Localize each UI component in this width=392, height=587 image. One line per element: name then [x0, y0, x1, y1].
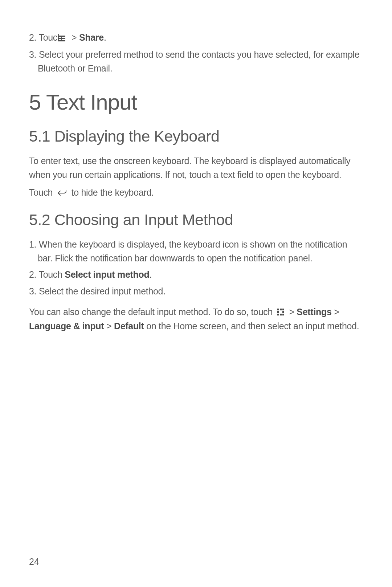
s52-settings: Settings: [297, 307, 331, 317]
s52-p-suffix: on the Home screen, and then select an i…: [144, 321, 359, 331]
section-5-2-list: 1. When the keyboard is displayed, the k…: [29, 238, 363, 298]
section-5-2-step3: 3. Select the desired input method.: [29, 285, 363, 298]
svg-rect-9: [280, 314, 282, 315]
section-5-2: 5.2 Choosing an Input Method 1. When the…: [29, 211, 363, 333]
svg-rect-5: [282, 309, 284, 310]
section-5-1-p1: To enter text, use the onscreen keyboard…: [29, 154, 363, 182]
s52-default: Default: [114, 321, 144, 331]
s52-p-gt1: >: [287, 307, 297, 317]
s52-p-gt2: >: [332, 307, 339, 317]
numbered-step-3: 3. Select your preferred method to send …: [29, 48, 363, 75]
section-5-1: 5.1 Displaying the Keyboard To enter tex…: [29, 127, 363, 200]
svg-rect-0: [58, 36, 65, 37]
svg-rect-6: [277, 311, 279, 313]
s52-step2-prefix: 2. Touch: [29, 269, 65, 280]
chapter-heading: 5 Text Input: [29, 90, 363, 115]
step2-bold: Share: [79, 32, 104, 42]
section-heading-5-2: 5.2 Choosing an Input Method: [29, 211, 363, 229]
section-5-2-step2: 2. Touch Select input method.: [29, 268, 363, 282]
svg-rect-1: [58, 38, 65, 39]
svg-rect-4: [280, 309, 282, 310]
s52-p-gt3: >: [104, 321, 114, 331]
section-heading-5-1: 5.1 Displaying the Keyboard: [29, 127, 363, 145]
step2-gt: >: [69, 32, 79, 42]
s52-step2-bold: Select input method: [65, 269, 149, 280]
section-5-2-paragraph: You can also change the default input me…: [29, 305, 363, 333]
apps-grid-icon: [277, 306, 285, 320]
page-number: 24: [29, 557, 39, 567]
s52-lang: Language & input: [29, 321, 104, 331]
svg-rect-10: [282, 314, 284, 315]
svg-rect-8: [277, 314, 279, 315]
p2-prefix: Touch: [29, 187, 55, 197]
section-5-2-step1: 1. When the keyboard is displayed, the k…: [29, 238, 363, 265]
back-icon: [57, 187, 67, 200]
s52-p-prefix: You can also change the default input me…: [29, 307, 275, 317]
svg-rect-7: [282, 311, 284, 313]
svg-rect-3: [277, 309, 279, 310]
numbered-step-2: 2. Touch > Share.: [29, 31, 363, 45]
section-5-1-p2: Touch to hide the keyboard.: [29, 186, 363, 200]
s52-step2-end: .: [150, 269, 152, 280]
svg-rect-2: [58, 40, 65, 41]
step2-end: .: [104, 32, 106, 42]
p2-suffix: to hide the keyboard.: [69, 187, 154, 197]
